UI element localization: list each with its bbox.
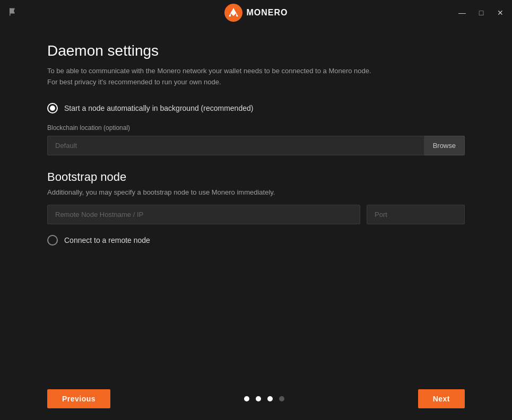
maximize-button[interactable]: □ [476,7,487,18]
dot-4 [279,396,284,401]
page-title: Daemon settings [47,42,465,59]
dot-2 [256,396,261,401]
blockchain-location-section: Blockchain location (optional) Browse [47,124,465,155]
minimize-button[interactable]: — [457,7,467,18]
title-bar: MONERO — □ ✕ [0,0,512,25]
port-input[interactable] [367,205,465,224]
blockchain-location-label: Blockchain location (optional) [47,124,465,132]
bootstrap-node-section: Bootstrap node Additionally, you may spe… [47,170,465,224]
blockchain-location-input-row: Browse [47,136,465,155]
radio-remote-node-circle [47,235,58,246]
radio-option-auto-node[interactable]: Start a node automatically in background… [47,103,465,113]
flag-icon [8,7,18,19]
pagination-dots [244,396,284,401]
app-brand: MONERO [224,4,288,22]
monero-logo [224,4,242,22]
next-button[interactable]: Next [418,389,465,408]
dot-1 [244,396,249,401]
page-description: To be able to communicate with the Moner… [47,66,465,88]
bottom-navigation: Previous Next [0,378,512,420]
browse-button[interactable]: Browse [424,136,465,155]
radio-auto-node-circle [47,103,58,113]
radio-option-remote-node[interactable]: Connect to a remote node [47,235,465,246]
window-controls: — □ ✕ [457,7,506,18]
svg-rect-0 [10,8,11,16]
radio-remote-node-label: Connect to a remote node [64,236,150,244]
bootstrap-node-description: Additionally, you may specify a bootstra… [47,188,465,196]
dot-3 [267,396,273,401]
radio-auto-node-label: Start a node automatically in background… [64,104,253,112]
close-button[interactable]: ✕ [495,7,506,18]
previous-button[interactable]: Previous [47,389,110,408]
blockchain-location-input[interactable] [47,136,424,155]
hostname-port-row [47,205,465,224]
app-title: MONERO [247,8,288,18]
bootstrap-node-title: Bootstrap node [47,170,465,184]
main-content: Daemon settings To be able to communicat… [0,25,512,378]
hostname-input[interactable] [47,205,360,224]
